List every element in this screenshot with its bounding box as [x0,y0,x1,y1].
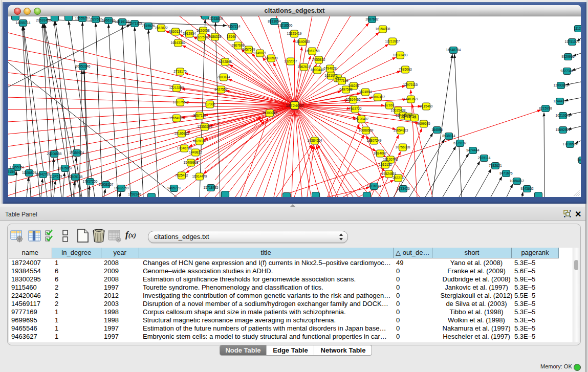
svg-text:7485063: 7485063 [399,68,412,71]
svg-text:16154808: 16154808 [376,27,390,31]
svg-text:8471676: 8471676 [499,171,513,175]
svg-text:1527602: 1527602 [89,17,102,21]
svg-text:17359924: 17359924 [70,151,84,155]
svg-text:16648784: 16648784 [446,48,461,52]
svg-text:15751074: 15751074 [565,40,580,43]
svg-text:15720407: 15720407 [354,117,369,121]
svg-text:19384554: 19384554 [308,139,322,142]
svg-text:11120: 11120 [574,27,581,30]
svg-text:9474444: 9474444 [466,148,480,152]
svg-text:20053346: 20053346 [76,64,91,68]
svg-text:1588520: 1588520 [265,56,278,60]
svg-text:1449822: 1449822 [189,150,202,154]
svg-text:17957255: 17957255 [83,180,98,183]
svg-text:12975115: 12975115 [403,83,418,86]
svg-text:5226058: 5226058 [197,29,210,32]
svg-text:17355051: 17355051 [10,165,25,169]
svg-text:14463627: 14463627 [404,97,419,101]
svg-text:9327508: 9327508 [195,35,208,39]
svg-text:14136141: 14136141 [367,184,382,188]
svg-text:7357214: 7357214 [227,25,241,28]
svg-text:1292346: 1292346 [128,192,141,196]
svg-text:2867608: 2867608 [231,43,245,47]
svg-text:16914479: 16914479 [192,174,207,178]
svg-text:6466160: 6466160 [102,18,115,22]
svg-text:1615152: 1615152 [379,163,392,166]
svg-text:10655267: 10655267 [75,16,90,20]
svg-text:7632621: 7632621 [489,164,502,167]
svg-text:44: 44 [412,116,417,119]
svg-text:8813054: 8813054 [268,19,281,23]
svg-text:10107552: 10107552 [173,100,188,104]
svg-text:16671355: 16671355 [127,21,142,25]
svg-text:746246: 746246 [348,84,359,87]
svg-text:12093872: 12093872 [554,83,569,87]
svg-text:12505135: 12505135 [68,175,83,179]
svg-text:10688609: 10688609 [359,128,374,132]
svg-text:19218506: 19218506 [278,24,293,27]
svg-text:8457549: 8457549 [242,48,255,51]
svg-text:10654112: 10654112 [510,179,525,183]
svg-text:15300213: 15300213 [263,111,277,115]
svg-text:8660124: 8660124 [169,30,182,33]
svg-text:3267110: 3267110 [193,114,206,117]
svg-text:10756928: 10756928 [396,145,410,149]
svg-text:20364436: 20364436 [346,98,361,101]
svg-text:9384067: 9384067 [374,151,387,155]
svg-text:20691406: 20691406 [36,18,51,22]
svg-text:13325419: 13325419 [287,32,302,35]
svg-text:9777169: 9777169 [335,79,349,82]
svg-text:17046788: 17046788 [177,146,192,150]
svg-text:1134519: 1134519 [50,174,62,178]
svg-text:6179197: 6179197 [453,141,467,145]
svg-text:8215958: 8215958 [539,106,552,110]
svg-text:10033809: 10033809 [208,17,223,20]
svg-text:12353594: 12353594 [198,125,212,128]
svg-text:116753: 116753 [577,158,581,162]
svg-text:7515526: 7515526 [142,24,155,28]
svg-text:19654923: 19654923 [394,128,408,132]
svg-text:19524851: 19524851 [382,172,397,176]
svg-text:13546: 13546 [227,35,236,38]
svg-text:17016514: 17016514 [563,142,578,146]
svg-text:3824554: 3824554 [359,90,372,94]
svg-text:8990448: 8990448 [311,68,324,72]
svg-text:10975867: 10975867 [58,166,73,170]
svg-text:9146821: 9146821 [253,51,267,55]
svg-text:2935114: 2935114 [478,156,491,160]
svg-text:10958157: 10958157 [99,183,114,186]
svg-text:62160: 62160 [385,103,394,107]
svg-text:18724007: 18724007 [286,103,304,108]
svg-text:7863722: 7863722 [349,107,362,111]
svg-text:20206555: 20206555 [47,152,62,156]
svg-text:12213967: 12213967 [385,39,400,43]
svg-text:10210643: 10210643 [556,114,571,117]
svg-text:11156829: 11156829 [22,171,36,174]
svg-text:8427552: 8427552 [214,87,228,91]
svg-text:8186328: 8186328 [208,35,222,38]
svg-text:1322057: 1322057 [284,59,297,63]
svg-text:9115460: 9115460 [420,104,433,108]
svg-text:16961758: 16961758 [305,49,320,53]
svg-text:7663822: 7663822 [155,26,168,30]
svg-text:19654935: 19654935 [169,116,184,120]
svg-text:16782759: 16782759 [114,186,129,190]
svg-text:15692921: 15692921 [556,128,571,132]
svg-text:1962615: 1962615 [297,65,311,69]
svg-text:164095: 164095 [431,128,443,132]
svg-text:15409948: 15409948 [184,161,199,164]
svg-text:8678332: 8678332 [193,139,206,143]
svg-text:10025438: 10025438 [391,108,406,112]
svg-text:2718176: 2718176 [173,70,187,73]
svg-text:3912954: 3912954 [183,32,196,35]
svg-text:19166825: 19166825 [175,132,189,135]
svg-text:2803144: 2803144 [217,75,230,79]
svg-text:16120746: 16120746 [383,158,398,161]
svg-text:117006: 117006 [204,102,215,106]
svg-text:9245652: 9245652 [520,187,534,190]
svg-text:1733426: 1733426 [397,187,410,190]
svg-text:12213383: 12213383 [169,86,184,90]
svg-text:6497568: 6497568 [339,87,353,91]
svg-text:18640910: 18640910 [295,40,310,43]
svg-text:15718485: 15718485 [204,186,219,189]
